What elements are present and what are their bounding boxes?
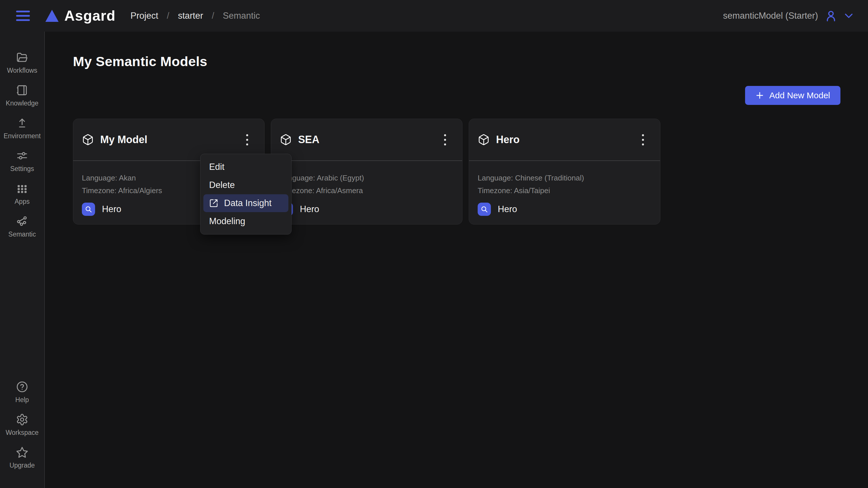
sidebar-item-workspace[interactable]: Workspace: [1, 413, 44, 436]
sidebar-item-semantic[interactable]: Semantic: [1, 215, 44, 238]
model-title: Hero: [496, 134, 520, 146]
breadcrumb: Project / starter / Semantic: [130, 11, 260, 21]
app-logo[interactable]: Asgard: [45, 7, 116, 24]
menu-item-edit[interactable]: Edit: [204, 158, 288, 176]
badge-label: Hero: [102, 204, 121, 214]
model-timezone: Timezone: Africa/Asmera: [280, 186, 454, 195]
external-link-icon: [209, 199, 218, 208]
badge-label: Hero: [300, 204, 319, 214]
model-title: SEA: [298, 134, 319, 146]
kebab-menu-icon[interactable]: [441, 131, 449, 148]
sidebar-item-upgrade[interactable]: Upgrade: [1, 446, 44, 469]
chevron-down-icon[interactable]: [844, 12, 854, 19]
badge-label: Hero: [498, 204, 517, 214]
sidebar-item-label: Help: [15, 396, 29, 404]
sidebar-item-label: Upgrade: [9, 462, 35, 469]
sidebar-item-label: Workflows: [7, 67, 37, 75]
sidebar-item-label: Environment: [3, 132, 40, 140]
sidebar-item-label: Semantic: [8, 230, 36, 238]
hamburger-menu-icon[interactable]: [16, 11, 30, 21]
model-cards-row: My Model Language: Akan Timezone: Africa…: [73, 119, 840, 225]
book-icon: [16, 84, 28, 96]
model-card-hero[interactable]: Hero Language: Chinese (Traditional) Tim…: [469, 119, 660, 225]
breadcrumb-project[interactable]: Project: [130, 11, 158, 21]
sidebar-item-label: Workspace: [6, 429, 39, 436]
grid-dots-icon: [16, 182, 28, 195]
badge-row: Hero: [280, 203, 454, 216]
sidebar-item-help[interactable]: Help: [1, 380, 44, 404]
badge-row: Hero: [478, 203, 651, 216]
menu-item-modeling[interactable]: Modeling: [204, 212, 288, 230]
sidebar-item-workflows[interactable]: Workflows: [1, 51, 44, 75]
sidebar-item-label: Settings: [10, 165, 34, 173]
breadcrumb-starter[interactable]: starter: [178, 11, 203, 21]
breadcrumb-semantic: Semantic: [223, 11, 260, 21]
card-body: Language: Chinese (Traditional) Timezone…: [469, 161, 660, 216]
sidebar-item-label: Knowledge: [6, 99, 38, 107]
user-menu[interactable]: semanticModel (Starter): [723, 9, 854, 22]
page-title: My Semantic Models: [73, 54, 840, 69]
upload-icon: [16, 117, 28, 129]
app-name: Asgard: [64, 7, 116, 24]
main-content: My Semantic Models Add New Model My Mo: [45, 32, 868, 488]
app-header: Asgard Project / starter / Semantic sema…: [0, 0, 868, 32]
card-header: Hero: [469, 119, 660, 161]
network-icon: [16, 215, 28, 228]
help-circle-icon: [16, 380, 28, 393]
search-badge-icon: [478, 203, 491, 216]
model-card-sea[interactable]: SEA Language: Arabic (Egypt) Timezone: A…: [271, 119, 462, 225]
model-language: Language: Chinese (Traditional): [478, 174, 651, 182]
breadcrumb-separator: /: [212, 11, 214, 21]
model-language: Language: Arabic (Egypt): [280, 174, 454, 182]
card-body: Language: Arabic (Egypt) Timezone: Afric…: [271, 161, 462, 216]
logo-triangle-icon: [45, 9, 59, 22]
actions-row: Add New Model: [73, 86, 840, 105]
model-title: My Model: [100, 134, 147, 146]
card-header: SEA: [271, 119, 462, 161]
sidebar-item-apps[interactable]: Apps: [1, 182, 44, 205]
menu-item-delete[interactable]: Delete: [204, 176, 288, 194]
cube-icon: [478, 134, 490, 146]
kebab-menu-icon[interactable]: [639, 131, 647, 148]
sidebar-item-environment[interactable]: Environment: [1, 117, 44, 140]
card-context-menu: Edit Delete Data Insight Modeling: [200, 154, 291, 234]
kebab-menu-icon[interactable]: [243, 131, 251, 148]
user-avatar-icon[interactable]: [824, 9, 838, 22]
star-icon: [16, 446, 28, 459]
sidebar-item-knowledge[interactable]: Knowledge: [1, 84, 44, 107]
sidebar-item-settings[interactable]: Settings: [1, 149, 44, 173]
search-badge-icon: [82, 203, 95, 216]
cube-icon: [280, 134, 292, 146]
folder-open-icon: [16, 51, 28, 64]
model-timezone: Timezone: Asia/Taipei: [478, 186, 651, 195]
breadcrumb-separator: /: [167, 11, 169, 21]
add-new-model-label: Add New Model: [769, 90, 830, 100]
plus-icon: [755, 91, 764, 100]
cube-icon: [82, 134, 94, 146]
user-plan-label: semanticModel (Starter): [723, 11, 818, 21]
add-new-model-button[interactable]: Add New Model: [745, 86, 840, 105]
gear-icon: [16, 413, 28, 426]
sidebar-item-label: Apps: [14, 198, 30, 205]
menu-item-data-insight[interactable]: Data Insight: [204, 194, 288, 212]
sidebar-nav: Workflows Knowledge Environment Settings: [0, 32, 45, 488]
sliders-icon: [16, 149, 28, 162]
menu-item-label: Data Insight: [224, 198, 272, 208]
